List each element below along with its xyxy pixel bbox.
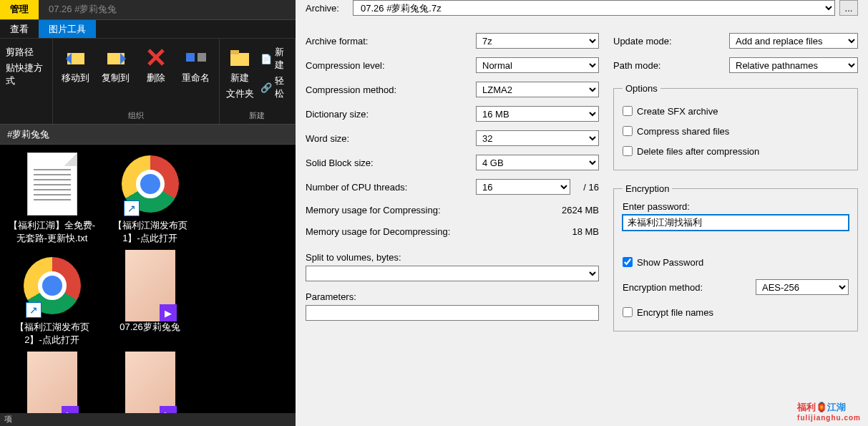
method-label: Compression method: bbox=[306, 84, 476, 95]
sfx-label: Create SFX archive bbox=[637, 106, 718, 117]
file-thumb: ▶ bbox=[20, 355, 84, 413]
archive-label: Archive: bbox=[306, 3, 348, 14]
move-to-label: 移动到 bbox=[62, 72, 89, 84]
ribbon: 剪路径 贴快捷方式 移动到 复制到 删除 bbox=[0, 39, 296, 125]
play-badge-icon: ▶ bbox=[160, 304, 177, 321]
enter-password-label: Enter password: bbox=[623, 201, 849, 212]
video-thumbnail: ▶ bbox=[125, 250, 175, 321]
options-legend: Options bbox=[623, 83, 660, 94]
delafter-label: Delete files after compression bbox=[637, 146, 759, 157]
file-item[interactable]: ▶07.26萝莉兔兔 bbox=[105, 253, 195, 347]
update-combo[interactable]: Add and replace files bbox=[729, 33, 858, 49]
rename-button[interactable]: 重命名 bbox=[176, 42, 216, 109]
dict-label: Dictionary size: bbox=[306, 109, 476, 120]
pathmode-combo[interactable]: Relative pathnames bbox=[729, 57, 858, 73]
new-folder-button[interactable]: 新建 文件夹 bbox=[223, 42, 258, 109]
ribbon-group-new: 新建 bbox=[249, 109, 265, 122]
delete-icon bbox=[145, 46, 167, 69]
svg-rect-6 bbox=[186, 53, 195, 62]
file-thumb: ↗ bbox=[20, 253, 84, 318]
ribbon-tab-view[interactable]: 查看 bbox=[0, 20, 39, 38]
file-item[interactable]: ▶07.26萝莉兔兔 bbox=[105, 355, 195, 413]
encnames-row[interactable]: Encrypt file names bbox=[623, 302, 849, 322]
play-badge-icon: ▶ bbox=[62, 406, 79, 413]
mem-compress-value: 2624 MB bbox=[562, 205, 599, 216]
solid-label: Solid Block size: bbox=[306, 158, 476, 168]
ribbon-group-organize: 组织 bbox=[128, 109, 144, 122]
archive-path-combo[interactable]: 07.26 #萝莉兔兔.7z bbox=[353, 0, 835, 16]
ribbon-paste-shortcut[interactable]: 贴快捷方式 bbox=[6, 62, 47, 87]
format-combo[interactable]: 7z bbox=[476, 33, 599, 49]
svg-rect-7 bbox=[198, 53, 206, 62]
threads-combo[interactable]: 16 bbox=[476, 179, 570, 195]
copy-to-icon bbox=[104, 46, 127, 69]
sfx-checkbox[interactable] bbox=[623, 106, 633, 116]
method-combo[interactable]: LZMA2 bbox=[476, 82, 599, 97]
logo-part1: 福利 bbox=[797, 402, 816, 412]
ribbon-tab-image-tools[interactable]: 图片工具 bbox=[39, 20, 96, 38]
mem-compress-label: Memory usage for Compressing: bbox=[306, 205, 441, 216]
update-label: Update mode: bbox=[613, 36, 729, 47]
file-thumb: ▶ bbox=[118, 253, 182, 318]
encryption-legend: Encryption bbox=[623, 183, 672, 194]
word-combo[interactable]: 32 bbox=[476, 130, 599, 146]
file-name-label: 【福利江湖发布页1】-点此打开 bbox=[105, 219, 195, 245]
threads-total: / 16 bbox=[570, 182, 599, 193]
file-name-label: 【福利江湖发布页2】-点此打开 bbox=[7, 321, 97, 347]
ribbon-cut-path[interactable]: 剪路径 bbox=[6, 46, 47, 59]
shared-checkbox[interactable] bbox=[623, 126, 633, 136]
encnames-checkbox[interactable] bbox=[623, 307, 633, 317]
word-label: Word size: bbox=[306, 133, 476, 144]
mem-decompress-label: Memory usage for Decompressing: bbox=[306, 226, 450, 237]
sfx-row[interactable]: Create SFX archive bbox=[623, 101, 849, 121]
encnames-label: Encrypt file names bbox=[637, 307, 713, 318]
password-input[interactable] bbox=[623, 215, 849, 231]
lantern-icon: 🏮 bbox=[816, 402, 827, 412]
tab-manage[interactable]: 管理 bbox=[0, 0, 39, 19]
file-item[interactable]: ↗【福利江湖发布页2】-点此打开 bbox=[7, 253, 97, 347]
delafter-checkbox[interactable] bbox=[623, 146, 633, 156]
play-badge-icon: ▶ bbox=[160, 406, 177, 413]
file-item[interactable]: 【福利江湖】全免费-无套路-更新快.txt bbox=[7, 152, 97, 245]
ribbon-new-item[interactable]: 📄新建 bbox=[260, 46, 289, 72]
shared-row[interactable]: Compress shared files bbox=[623, 121, 849, 141]
dict-combo[interactable]: 16 MB bbox=[476, 106, 599, 122]
file-name-label: 【福利江湖】全免费-无套路-更新快.txt bbox=[7, 219, 97, 245]
right-column: Update mode:Add and replace files Path m… bbox=[613, 29, 858, 344]
status-bar: 项 bbox=[0, 413, 296, 426]
file-thumb: ↗ bbox=[118, 152, 182, 216]
showpw-row[interactable]: Show Password bbox=[623, 252, 849, 272]
file-explorer: 管理 07.26 #萝莉兔兔 查看 图片工具 剪路径 贴快捷方式 移动到 复制到 bbox=[0, 0, 296, 426]
move-to-button[interactable]: 移动到 bbox=[56, 42, 96, 109]
tab-folder-path[interactable]: 07.26 #萝莉兔兔 bbox=[39, 0, 127, 19]
file-item[interactable]: ↗【福利江湖发布页1】-点此打开 bbox=[105, 152, 195, 245]
level-combo[interactable]: Normal bbox=[476, 57, 599, 73]
params-input[interactable] bbox=[306, 305, 599, 321]
ribbon-easy-access[interactable]: 🔗轻松 bbox=[260, 74, 289, 100]
new-item-icon: 📄 bbox=[260, 54, 272, 64]
browse-button[interactable]: ... bbox=[839, 0, 858, 16]
video-thumbnail: ▶ bbox=[125, 352, 175, 413]
file-name-label: 07.26萝莉兔兔 bbox=[120, 321, 180, 334]
delafter-row[interactable]: Delete files after compression bbox=[623, 141, 849, 161]
solid-combo[interactable]: 4 GB bbox=[476, 155, 599, 170]
shared-label: Compress shared files bbox=[637, 126, 729, 137]
file-thumb bbox=[20, 152, 84, 216]
svg-rect-8 bbox=[230, 53, 249, 66]
showpw-checkbox[interactable] bbox=[623, 257, 633, 267]
split-combo[interactable] bbox=[306, 266, 599, 281]
delete-label: 删除 bbox=[147, 72, 165, 84]
text-file-icon bbox=[27, 153, 77, 216]
threads-label: Number of CPU threads: bbox=[306, 182, 476, 193]
breadcrumb[interactable]: #萝莉兔兔 bbox=[0, 125, 296, 145]
delete-button[interactable]: 删除 bbox=[136, 42, 176, 109]
logo-part2: 江湖 bbox=[827, 402, 846, 412]
move-to-icon bbox=[64, 46, 87, 69]
explorer-title-tabs: 管理 07.26 #萝莉兔兔 bbox=[0, 0, 296, 20]
enc-method-combo[interactable]: AES-256 bbox=[756, 279, 849, 295]
file-list: 【福利江湖】全免费-无套路-更新快.txt↗【福利江湖发布页1】-点此打开↗【福… bbox=[0, 145, 296, 413]
copy-to-button[interactable]: 复制到 bbox=[96, 42, 136, 109]
params-label: Parameters: bbox=[306, 291, 599, 302]
file-item[interactable]: ▶07.26萝莉兔兔 bbox=[7, 355, 97, 413]
ribbon-tabs: 查看 图片工具 bbox=[0, 20, 296, 39]
